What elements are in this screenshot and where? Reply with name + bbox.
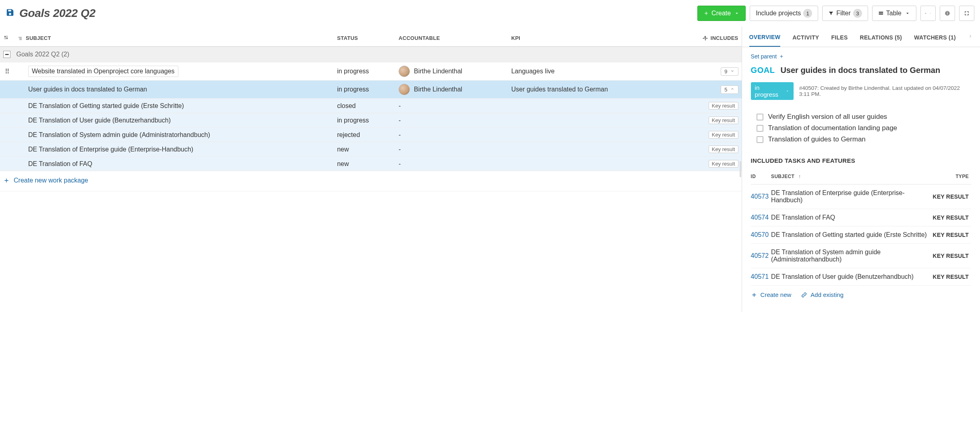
- cell-includes[interactable]: 5: [674, 81, 741, 99]
- cell-kpi[interactable]: [508, 128, 674, 142]
- create-work-package-link[interactable]: Create new work package: [3, 177, 88, 184]
- included-subject[interactable]: DE Translation of FAQ: [771, 209, 933, 226]
- filter-button[interactable]: Filter 3: [822, 6, 868, 21]
- cell-includes[interactable]: Key result: [674, 142, 741, 157]
- cell-accountable[interactable]: -: [395, 113, 508, 128]
- cell-subject[interactable]: DE Translation of Getting started guide …: [14, 99, 334, 113]
- cell-accountable[interactable]: -: [395, 142, 508, 157]
- fullscreen-button[interactable]: [959, 6, 974, 21]
- cell-accountable[interactable]: Birthe Lindenthal: [395, 62, 508, 81]
- included-subject[interactable]: DE Translation of User guide (Benutzerha…: [771, 268, 933, 286]
- tab-files[interactable]: FILES: [831, 27, 848, 46]
- included-col-subject[interactable]: SUBJECT ↑: [771, 169, 933, 185]
- checkbox[interactable]: [757, 125, 763, 132]
- drag-handle[interactable]: [0, 113, 14, 128]
- includes-toggle[interactable]: 5: [721, 85, 738, 94]
- table-row[interactable]: DE Translation of FAQnew-Key result: [0, 157, 742, 171]
- collapse-icon[interactable]: ━: [3, 51, 10, 58]
- drag-handle[interactable]: [0, 99, 14, 113]
- checklist-item[interactable]: Translation of documentation landing pag…: [757, 122, 971, 134]
- checkbox[interactable]: [757, 114, 763, 120]
- included-id-link[interactable]: 40572: [751, 252, 769, 259]
- table-row[interactable]: DE Translation of User guide (Benutzerha…: [0, 113, 742, 128]
- tabs-scroll-right[interactable]: [968, 33, 973, 40]
- create-button[interactable]: Create: [697, 6, 746, 21]
- included-id-link[interactable]: 40573: [751, 193, 769, 200]
- column-sort[interactable]: [0, 27, 14, 47]
- included-col-type[interactable]: TYPE: [933, 169, 971, 185]
- drag-handle[interactable]: [0, 128, 14, 142]
- checklist-item[interactable]: Translation of guides to German: [757, 134, 971, 145]
- checkbox[interactable]: [757, 136, 763, 143]
- table-row[interactable]: DE Translation of System admin guide (Ad…: [0, 128, 742, 142]
- included-row[interactable]: 40570DE Translation of Getting started g…: [751, 226, 971, 244]
- create-new-related-link[interactable]: Create new: [751, 291, 792, 298]
- cell-subject[interactable]: DE Translation of User guide (Benutzerha…: [14, 113, 334, 128]
- table-row[interactable]: DE Translation of Getting started guide …: [0, 99, 742, 113]
- drag-handle[interactable]: [0, 142, 14, 157]
- cell-accountable[interactable]: -: [395, 128, 508, 142]
- info-button[interactable]: i: [940, 6, 955, 21]
- table-row[interactable]: ⠿Website translated in Openproject core …: [0, 62, 742, 81]
- included-row[interactable]: 40573DE Translation of Enterprise guide …: [751, 185, 971, 209]
- cell-status[interactable]: in progress: [334, 113, 395, 128]
- checklist-item[interactable]: Verify English version of all user guide…: [757, 111, 971, 122]
- save-icon[interactable]: [6, 8, 14, 19]
- included-id-link[interactable]: 40571: [751, 273, 769, 280]
- included-subject[interactable]: DE Translation of Getting started guide …: [771, 226, 933, 244]
- set-parent-link[interactable]: Set parent: [751, 53, 784, 60]
- included-row[interactable]: 40572DE Translation of System admin guid…: [751, 244, 971, 268]
- included-subject[interactable]: DE Translation of System admin guide (Ad…: [771, 244, 933, 268]
- drag-handle[interactable]: [0, 157, 14, 171]
- tab-watchers[interactable]: WATCHERS (1): [914, 27, 956, 46]
- include-projects-button[interactable]: Include projects 1: [750, 6, 818, 21]
- status-selector[interactable]: in progress: [751, 82, 794, 100]
- tab-overview[interactable]: OVERVIEW: [749, 27, 781, 47]
- cell-includes[interactable]: Key result: [674, 113, 741, 128]
- cell-includes[interactable]: Key result: [674, 99, 741, 113]
- included-row[interactable]: 40574DE Translation of FAQKEY RESULT: [751, 209, 971, 226]
- table-group-row[interactable]: ━ Goals 2022 Q2 (2): [0, 47, 742, 62]
- included-col-id[interactable]: ID: [751, 169, 771, 185]
- drag-handle[interactable]: [0, 81, 14, 99]
- included-id-link[interactable]: 40570: [751, 231, 769, 238]
- column-kpi[interactable]: KPI: [508, 27, 674, 47]
- table-row[interactable]: DE Translation of Enterprise guide (Ente…: [0, 142, 742, 157]
- settings-dropdown-button[interactable]: [920, 6, 936, 21]
- cell-includes[interactable]: Key result: [674, 157, 741, 171]
- cell-kpi[interactable]: [508, 157, 674, 171]
- included-subject[interactable]: DE Translation of Enterprise guide (Ente…: [771, 185, 933, 209]
- cell-status[interactable]: closed: [334, 99, 395, 113]
- cell-accountable[interactable]: Birthe Lindenthal: [395, 81, 508, 99]
- cell-accountable[interactable]: -: [395, 157, 508, 171]
- table-row[interactable]: User guides in docs translated to German…: [0, 81, 742, 99]
- tab-relations[interactable]: RELATIONS (5): [860, 27, 902, 46]
- column-status[interactable]: STATUS: [334, 27, 395, 47]
- included-row[interactable]: 40571DE Translation of User guide (Benut…: [751, 268, 971, 286]
- cell-kpi[interactable]: Languages live: [508, 62, 674, 81]
- cell-kpi[interactable]: [508, 99, 674, 113]
- cell-includes[interactable]: Key result: [674, 128, 741, 142]
- tab-activity[interactable]: ACTIVITY: [792, 27, 819, 46]
- view-mode-button[interactable]: Table: [872, 6, 916, 21]
- drag-handle[interactable]: ⠿: [0, 62, 14, 81]
- add-existing-link[interactable]: Add existing: [801, 291, 844, 298]
- cell-subject[interactable]: DE Translation of Enterprise guide (Ente…: [14, 142, 334, 157]
- cell-kpi[interactable]: User guides translated to German: [508, 81, 674, 99]
- cell-accountable[interactable]: -: [395, 99, 508, 113]
- includes-toggle[interactable]: 9: [721, 67, 738, 76]
- cell-status[interactable]: in progress: [334, 81, 395, 99]
- cell-includes[interactable]: 9: [674, 62, 741, 81]
- cell-kpi[interactable]: [508, 142, 674, 157]
- column-includes[interactable]: INCLUDES: [674, 27, 741, 47]
- cell-subject[interactable]: User guides in docs translated to German: [14, 81, 334, 99]
- cell-status[interactable]: rejected: [334, 128, 395, 142]
- column-accountable[interactable]: ACCOUNTABLE: [395, 27, 508, 47]
- cell-subject[interactable]: DE Translation of System admin guide (Ad…: [14, 128, 334, 142]
- included-id-link[interactable]: 40574: [751, 214, 769, 221]
- cell-status[interactable]: in progress: [334, 62, 395, 81]
- cell-subject[interactable]: DE Translation of FAQ: [14, 157, 334, 171]
- work-package-title[interactable]: User guides in docs translated to German: [780, 66, 940, 75]
- cell-subject[interactable]: Website translated in Openproject core l…: [14, 62, 334, 81]
- column-subject[interactable]: SUBJECT: [14, 27, 334, 47]
